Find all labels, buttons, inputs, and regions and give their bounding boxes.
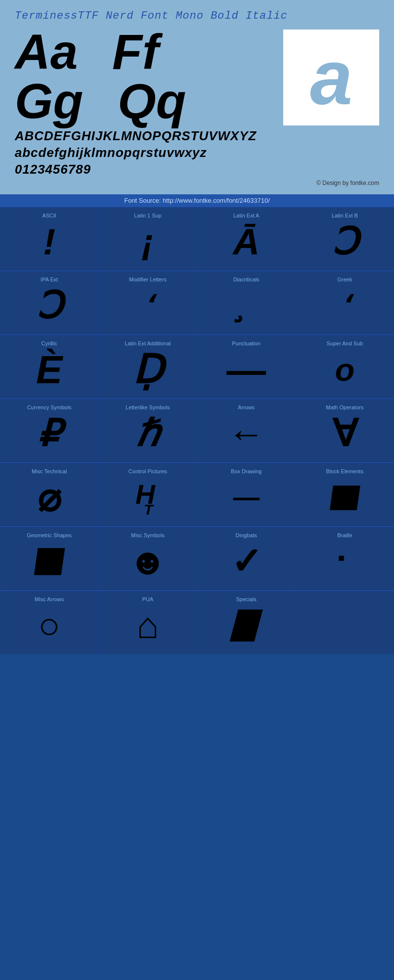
sym-misctechnical: ⌀	[37, 477, 61, 519]
char-cell-geoshapes: Geometric Shapes	[0, 527, 98, 590]
alphabet-lower: abcdefghijklmnopqrstuvwxyz	[15, 145, 379, 161]
char-cell-pua: PUA ⌂	[98, 591, 197, 654]
sym-ascii: !	[43, 221, 56, 263]
char-cell-currency: Currency Symbols ₽	[0, 399, 98, 462]
char-cell-superandsub: Super And Sub o	[296, 335, 394, 398]
label-latinextadd: Latin Ext Additional	[125, 340, 171, 346]
sym-superandsub: o	[335, 349, 355, 391]
label-arrows: Arrows	[238, 404, 255, 410]
sym-ipaext: Ɔ	[36, 285, 63, 327]
sym-greek: ʻ	[340, 285, 350, 327]
char-cell-braille: Braille ⠂	[296, 527, 394, 590]
label-ascii: ASCII	[42, 213, 57, 218]
sym-geoshapes	[36, 541, 63, 582]
sym-pua: ⌂	[136, 605, 159, 646]
label-boxdrawing: Box Drawing	[231, 468, 262, 474]
dark-section: Font Source: http://www.fontke.com/font/…	[0, 194, 394, 654]
char-cell-misctechnical: Misc Technical ⌀	[0, 463, 98, 526]
char-cell-mathops: Math Operators ∀	[296, 399, 394, 462]
copyright: © Design by fontke.com	[15, 180, 379, 189]
sample-ff: Ff	[112, 27, 159, 76]
sym-blockelements	[331, 477, 359, 519]
sym-dingbats: ✓	[231, 541, 262, 582]
char-cell-punctuation: Punctuation —	[197, 335, 296, 398]
label-ipaext: IPA Ext	[40, 276, 58, 282]
char-cell-empty	[296, 591, 394, 654]
label-currency: Currency Symbols	[27, 404, 71, 410]
header-section: TerminessTTF Nerd Font Mono Bold Italic …	[0, 0, 394, 194]
char-cell-latinextadd: Latin Ext Additional Ḍ	[98, 335, 197, 398]
sym-controlpic: H T	[133, 477, 163, 519]
char-cell-controlpic: Control Pictures H T	[98, 463, 197, 526]
sample-qq: Qq	[118, 76, 186, 125]
label-modletters: Modifier Letters	[129, 276, 166, 282]
label-blockelements: Block Elements	[326, 468, 363, 474]
sym-letterlike: ℏ	[136, 413, 160, 455]
char-row-7: Misc Arrows ○ PUA ⌂ Specials	[0, 590, 394, 654]
char-cell-blockelements: Block Elements	[296, 463, 394, 526]
sym-miscarrows: ○	[38, 605, 60, 646]
sample-gg: Gg	[15, 76, 83, 125]
sym-modletters: ʻ	[143, 285, 153, 327]
sym-latinextadd: Ḍ	[132, 349, 163, 391]
label-latin1sup: Latin 1 Sup	[134, 213, 162, 218]
sym-boxdrawing: ─	[233, 477, 259, 519]
label-miscsymbols: Misc Symbols	[131, 532, 164, 538]
sym-braille: ⠂	[335, 541, 355, 582]
sym-latinextb: Ɔ	[332, 221, 358, 263]
char-cell-latinextb: Latin Ext B Ɔ	[296, 207, 394, 271]
label-diacriticals: Diacriticals	[233, 276, 259, 282]
label-specials: Specials	[236, 596, 257, 602]
char-row-5: Misc Technical ⌀ Control Pictures H T Bo…	[0, 462, 394, 526]
label-braille: Braille	[337, 532, 353, 538]
alphabet-section: ABCDEFGHIJKLMNOPQRSTUVWXYZ abcdefghijklm…	[15, 128, 379, 178]
char-cell-letterlike: Letterlike Symbols ℏ	[98, 399, 197, 462]
label-latinexta: Latin Ext A	[233, 213, 260, 218]
char-row-1: ASCII ! Latin 1 Sup ¡ Latin Ext A Ā Lati…	[0, 207, 394, 271]
label-geoshapes: Geometric Shapes	[27, 532, 71, 538]
char-row-4: Currency Symbols ₽ Letterlike Symbols ℏ …	[0, 398, 394, 462]
digits: 0123456789	[15, 161, 379, 178]
char-cell-latinexta: Latin Ext A Ā	[197, 207, 296, 271]
label-superandsub: Super And Sub	[327, 340, 363, 346]
big-char-display: a	[283, 30, 379, 125]
sym-latinexta: Ā	[233, 221, 260, 263]
sym-miscsymbols: ☻	[129, 541, 167, 582]
label-controlpic: Control Pictures	[129, 468, 167, 474]
char-cell-modletters: Modifier Letters ʻ	[98, 271, 197, 335]
char-cell-latin1sup: Latin 1 Sup ¡	[98, 207, 197, 271]
label-misctechnical: Misc Technical	[32, 468, 66, 474]
sym-cyrillic: È	[36, 349, 62, 391]
sym-currency: ₽	[37, 413, 61, 455]
sample-aa: Aa	[15, 27, 78, 76]
sym-specials	[234, 605, 259, 646]
char-cell-cyrillic: Cyrillic È	[0, 335, 98, 398]
char-row-2: IPA Ext Ɔ Modifier Letters ʻ Diacritical…	[0, 271, 394, 335]
font-title: TerminessTTF Nerd Font Mono Bold Italic	[15, 10, 379, 22]
label-miscarrows: Misc Arrows	[34, 596, 64, 602]
alphabet-upper: ABCDEFGHIJKLMNOPQRSTUVWXYZ	[15, 128, 379, 145]
char-cell-greek: Greek ʻ	[296, 271, 394, 335]
label-latinextb: Latin Ext B	[331, 213, 358, 218]
svg-text:T: T	[144, 501, 154, 516]
char-cell-ipaext: IPA Ext Ɔ	[0, 271, 98, 335]
char-cell-arrows: Arrows ←	[197, 399, 296, 462]
sym-mathops: ∀	[332, 413, 358, 455]
label-mathops: Math Operators	[326, 404, 363, 410]
sym-latin1sup: ¡	[142, 221, 154, 263]
char-cell-miscarrows: Misc Arrows ○	[0, 591, 98, 654]
char-cell-dingbats: Dingbats ✓	[197, 527, 296, 590]
label-greek: Greek	[337, 276, 352, 282]
char-cell-miscsymbols: Misc Symbols ☻	[98, 527, 197, 590]
label-letterlike: Letterlike Symbols	[126, 404, 170, 410]
char-row-3: Cyrillic È Latin Ext Additional Ḍ Punctu…	[0, 335, 394, 398]
big-char: a	[310, 39, 352, 116]
char-cell-boxdrawing: Box Drawing ─	[197, 463, 296, 526]
char-cell-specials: Specials	[197, 591, 296, 654]
label-cyrillic: Cyrillic	[41, 340, 57, 346]
sym-arrows: ←	[228, 413, 265, 455]
font-source-bar: Font Source: http://www.fontke.com/font/…	[0, 194, 394, 207]
char-row-6: Geometric Shapes Misc Symbols ☻ Dingbats…	[0, 526, 394, 590]
label-pua: PUA	[142, 596, 154, 602]
sym-punctuation: —	[227, 349, 266, 391]
